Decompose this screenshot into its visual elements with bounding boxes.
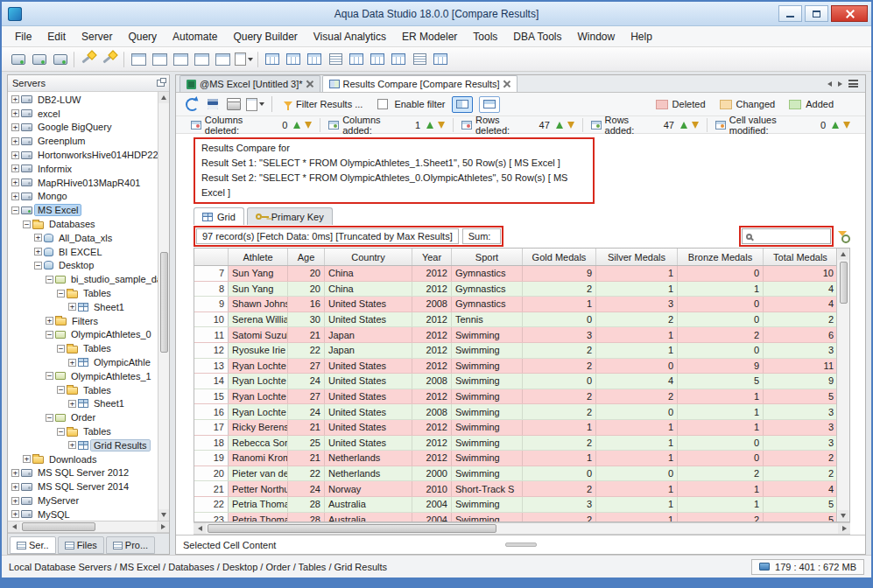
search-box[interactable]	[742, 228, 831, 244]
sport-cell[interactable]: Swimming	[452, 420, 523, 435]
silver-medals-cell[interactable]: 1	[596, 451, 678, 466]
tree-expand-toggle[interactable]	[11, 109, 19, 117]
tree-item[interactable]: DB2-LUW	[8, 93, 169, 107]
sport-cell[interactable]: Swimming	[452, 389, 523, 404]
tree-expand-toggle[interactable]	[11, 164, 19, 172]
layout-vertical-toggle[interactable]	[479, 96, 500, 113]
age-cell[interactable]: 21	[288, 420, 325, 435]
grid-horizontal-scrollbar[interactable]	[194, 522, 850, 535]
gold-medals-cell[interactable]: 0	[523, 466, 596, 481]
gold-medals-cell[interactable]: 0	[523, 312, 596, 327]
tree-expand-toggle[interactable]	[46, 372, 53, 380]
total-medals-cell[interactable]: 9	[764, 374, 836, 388]
total-medals-cell[interactable]: 10	[764, 266, 836, 281]
tree-item[interactable]: OlympicAthletes_1	[8, 369, 169, 383]
bronze-medals-cell[interactable]: 0	[678, 451, 764, 466]
bronze-medals-cell[interactable]: 2	[678, 466, 764, 481]
bronze-medals-cell[interactable]: 2	[678, 513, 764, 522]
tree-item[interactable]: OlympicAthletes_0	[8, 328, 169, 342]
silver-medals-cell[interactable]: 0	[596, 404, 678, 419]
tree-item[interactable]: MySQL	[8, 508, 169, 521]
tree-expand-toggle[interactable]	[11, 510, 19, 518]
table-row[interactable]: 19 Ranomi Kromo 21 Netherlands 2012 Swim…	[194, 451, 836, 466]
year-cell[interactable]: 2010	[412, 481, 452, 496]
row-number-cell[interactable]: 13	[194, 359, 229, 374]
gold-medals-cell[interactable]: 1	[523, 297, 596, 312]
tree-item[interactable]: Desktop	[8, 259, 169, 273]
column-header[interactable]: Age	[288, 248, 325, 265]
age-cell[interactable]: 28	[288, 513, 325, 522]
year-cell[interactable]: 2012	[412, 451, 452, 466]
column-header[interactable]: Athlete	[229, 248, 288, 265]
tree-expand-toggle[interactable]	[11, 192, 19, 200]
silver-medals-cell[interactable]: 4	[596, 374, 678, 388]
total-medals-cell[interactable]: 5	[764, 497, 836, 512]
table-row[interactable]: 21 Petter Northug 24 Norway 2010 Short-T…	[194, 481, 836, 497]
bronze-medals-cell[interactable]: 1	[678, 282, 764, 297]
athlete-cell[interactable]: Sun Yang	[229, 266, 288, 281]
country-cell[interactable]: China	[325, 266, 412, 281]
column-header[interactable]: Silver Medals	[596, 248, 678, 265]
column-header[interactable]: Country	[325, 248, 412, 265]
athlete-cell[interactable]: Ryan Lochte	[229, 389, 288, 404]
total-medals-cell[interactable]: 2	[764, 312, 836, 327]
silver-medals-cell[interactable]: 1	[596, 420, 678, 435]
tree-expand-toggle[interactable]	[57, 428, 65, 436]
age-cell[interactable]: 27	[288, 389, 325, 404]
country-cell[interactable]: United States	[325, 436, 412, 451]
gold-medals-cell[interactable]: 1	[523, 451, 596, 466]
table-row[interactable]: 22 Petria Thomas 28 Australia 2004 Swimm…	[194, 497, 836, 513]
grid-view-button[interactable]	[346, 49, 367, 70]
country-cell[interactable]: Japan	[325, 343, 412, 358]
total-medals-cell[interactable]: 6	[764, 327, 836, 342]
gold-medals-cell[interactable]: 2	[523, 404, 596, 419]
menu-item[interactable]: ER Modeler	[394, 28, 465, 46]
age-cell[interactable]: 16	[288, 297, 325, 312]
tree-item[interactable]: Sheet1	[8, 397, 169, 411]
scroll-right-icon[interactable]	[157, 522, 169, 532]
tree-expand-toggle[interactable]	[68, 303, 76, 311]
age-cell[interactable]: 30	[288, 312, 325, 327]
country-cell[interactable]: Australia	[325, 497, 412, 512]
form-view-button[interactable]	[367, 49, 388, 70]
previous-difference-icon[interactable]	[832, 122, 839, 129]
row-number-cell[interactable]: 22	[194, 497, 229, 512]
athlete-cell[interactable]: Petria Thomas	[229, 513, 288, 522]
query-builder-button[interactable]	[149, 49, 170, 70]
sport-cell[interactable]: Gymnastics	[452, 266, 523, 281]
country-cell[interactable]: United States	[325, 389, 412, 404]
next-difference-icon[interactable]	[567, 122, 574, 129]
table-row[interactable]: 18 Rebecca Soni 25 United States 2012 Sw…	[194, 436, 836, 452]
sport-cell[interactable]: Short-Track S	[452, 481, 523, 496]
tree-item[interactable]: HortonworksHive014HDP22	[8, 148, 169, 162]
minimize-button[interactable]	[778, 5, 802, 22]
bronze-medals-cell[interactable]: 0	[678, 436, 764, 451]
country-cell[interactable]: Norway	[325, 481, 412, 496]
sidebar-tab[interactable]: Ser..	[10, 536, 56, 554]
year-cell[interactable]: 2008	[412, 404, 452, 419]
gold-medals-cell[interactable]: 2	[523, 343, 596, 358]
gold-medals-cell[interactable]: 0	[523, 374, 596, 388]
menu-item[interactable]: Window	[570, 28, 623, 46]
previous-difference-icon[interactable]	[426, 122, 433, 129]
tree-item[interactable]: excel	[8, 107, 169, 121]
table-data-editor-button[interactable]	[170, 49, 191, 70]
menu-item[interactable]: Edit	[39, 28, 74, 46]
bronze-medals-cell[interactable]: 1	[678, 389, 764, 404]
tree-item[interactable]: Order	[8, 410, 169, 424]
tree-item[interactable]: MS SQL Server 2014	[8, 480, 169, 494]
total-medals-cell[interactable]: 5	[764, 513, 836, 522]
athlete-cell[interactable]: Petter Northug	[229, 481, 288, 496]
tree-expand-toggle[interactable]	[23, 455, 31, 463]
bronze-medals-cell[interactable]: 0	[678, 343, 764, 358]
filter-results-button[interactable]: Filter Results ...	[278, 97, 368, 111]
year-cell[interactable]: 2000	[412, 466, 452, 481]
row-number-cell[interactable]: 14	[194, 374, 229, 388]
age-cell[interactable]: 24	[288, 374, 325, 388]
print-results-button[interactable]	[223, 94, 244, 115]
previous-difference-icon[interactable]	[556, 122, 563, 129]
row-number-cell[interactable]: 19	[194, 451, 229, 466]
menu-item[interactable]: Tools	[465, 28, 505, 46]
close-tab-icon[interactable]	[306, 80, 313, 88]
bronze-medals-cell[interactable]: 0	[678, 312, 764, 327]
